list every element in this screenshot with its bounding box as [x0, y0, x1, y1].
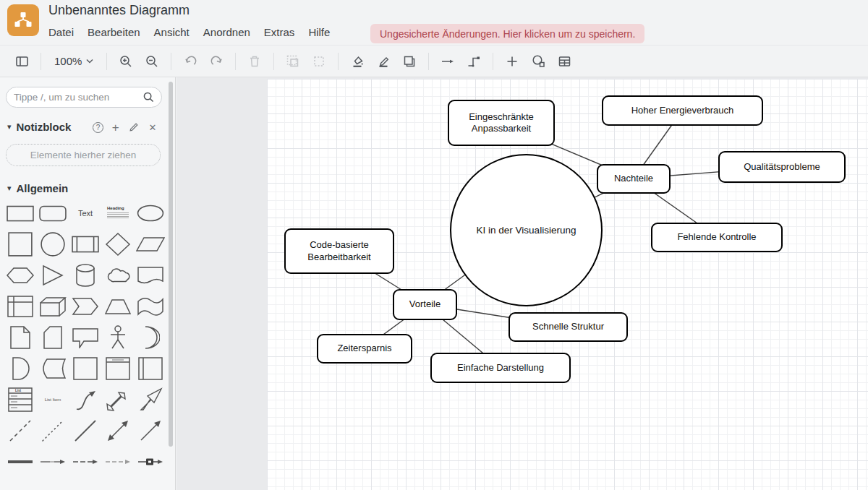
shape-labeled-edge[interactable]: [135, 446, 166, 477]
shape-square[interactable]: [4, 228, 36, 259]
zoom-in-button[interactable]: [113, 50, 139, 73]
shape-actor[interactable]: [102, 322, 134, 353]
shape-bidirectional-connector[interactable]: [102, 415, 134, 446]
node-einfache-darstellung[interactable]: Einfache Darstellung: [430, 353, 571, 383]
node-ki-in-der-visualisierung[interactable]: KI in der Visualisierung: [450, 154, 603, 306]
shape-data-storage[interactable]: [37, 353, 69, 384]
node-fehlende-kontrolle[interactable]: Fehlende Kontrolle: [651, 223, 783, 252]
shadow-button[interactable]: [396, 50, 422, 73]
shape-rounded-rectangle[interactable]: [37, 197, 69, 228]
node-vorteile[interactable]: Vorteile: [393, 289, 457, 320]
unsaved-changes-banner[interactable]: Ungesicherte Änderungen. Hier klicken um…: [370, 24, 644, 43]
insert-shape-button[interactable]: [525, 50, 551, 73]
shape-rectangle[interactable]: [4, 197, 36, 228]
scratchpad-drop-zone[interactable]: Elemente hierher ziehen: [6, 144, 161, 166]
shape-triangle[interactable]: [37, 259, 69, 291]
menu-datei[interactable]: Datei: [48, 26, 74, 38]
allgemein-section-header[interactable]: ▾ Allgemein: [7, 182, 68, 194]
shape-process[interactable]: [69, 228, 101, 259]
search-input[interactable]: [14, 92, 143, 103]
to-front-button[interactable]: [280, 50, 306, 73]
drawio-logo-icon: [7, 4, 39, 36]
redo-button[interactable]: [203, 50, 229, 73]
notizblock-section-header[interactable]: ▾ Notizblock: [7, 121, 71, 133]
waypoint-style-button[interactable]: [461, 50, 487, 73]
shape-palette: Text Heading: [4, 197, 171, 477]
shape-search: [6, 87, 162, 108]
chevron-down-icon: [86, 59, 93, 64]
shape-curve[interactable]: [69, 384, 101, 415]
shape-diamond[interactable]: [102, 228, 134, 259]
allgemein-title: Allgemein: [17, 182, 69, 194]
shape-parallelogram[interactable]: [135, 228, 166, 259]
shape-line[interactable]: [69, 415, 101, 446]
insert-table-button[interactable]: [551, 50, 577, 73]
help-icon[interactable]: ?: [93, 122, 103, 133]
edit-icon[interactable]: [127, 121, 140, 134]
shape-card[interactable]: [37, 322, 69, 353]
zoom-dropdown[interactable]: 100%: [47, 55, 101, 67]
menu-bearbeiten[interactable]: Bearbeiten: [88, 26, 140, 38]
shape-trapezoid[interactable]: [102, 291, 134, 322]
shape-dotted-line[interactable]: [37, 415, 69, 446]
shape-dashed-line[interactable]: [4, 415, 36, 446]
fill-color-button[interactable]: [344, 50, 370, 73]
shape-circle[interactable]: [37, 228, 69, 259]
node-eingeschraenkte-anpassbarkeit[interactable]: Eingeschränkte Anpassbarkeit: [448, 100, 555, 146]
toggle-panel-button[interactable]: [9, 50, 35, 73]
delete-button[interactable]: [242, 50, 268, 73]
shape-callout[interactable]: [69, 322, 101, 353]
to-back-button[interactable]: [306, 50, 332, 73]
shape-cube[interactable]: [37, 291, 69, 322]
close-icon[interactable]: ✕: [146, 121, 159, 134]
canvas-area: KI in der Visualisierung Eingeschränkte …: [176, 77, 868, 490]
shape-arrow[interactable]: [37, 446, 69, 477]
add-icon[interactable]: +: [109, 121, 122, 134]
shape-vertical-container[interactable]: [102, 353, 134, 384]
shape-bidirectional-arrow[interactable]: [102, 384, 134, 415]
menubar: Datei Bearbeiten Ansicht Anordnen Extras…: [48, 26, 330, 38]
insert-button[interactable]: [499, 50, 525, 73]
shape-simple-arrow[interactable]: [69, 446, 101, 477]
node-zeitersparnis[interactable]: Zeitersparnis: [317, 334, 412, 364]
menu-ansicht[interactable]: Ansicht: [154, 26, 190, 38]
node-hoher-energieverbrauch[interactable]: Hoher Energieverbrauch: [602, 95, 763, 126]
shape-directional-arrow[interactable]: [135, 384, 166, 415]
shape-step[interactable]: [69, 291, 101, 322]
shape-cloud[interactable]: [102, 259, 134, 291]
shape-ellipse[interactable]: [135, 197, 166, 228]
caret-down-icon: ▾: [7, 122, 12, 132]
node-code-basierte-bearbeitbarkeit[interactable]: Code-basierte Bearbeitbarkeit: [284, 228, 394, 274]
shape-list-item[interactable]: List Item: [37, 384, 69, 415]
menu-extras[interactable]: Extras: [264, 26, 295, 38]
shape-dashed-edge[interactable]: [102, 446, 134, 477]
sidebar-scrollbar[interactable]: [169, 82, 173, 447]
shape-note[interactable]: [4, 322, 36, 353]
shape-text[interactable]: Text: [69, 197, 101, 228]
menu-anordnen[interactable]: Anordnen: [203, 26, 250, 38]
header: Unbenanntes Diagramm Datei Bearbeiten An…: [0, 0, 868, 45]
shape-cylinder[interactable]: [69, 259, 101, 291]
connection-arrow-button[interactable]: [435, 50, 461, 73]
notizblock-title: Notizblock: [17, 121, 72, 133]
shape-horizontal-container[interactable]: [135, 353, 166, 384]
node-qualitaetsprobleme[interactable]: Qualitätsprobleme: [718, 151, 846, 183]
menu-hilfe[interactable]: Hilfe: [308, 26, 330, 38]
shape-internal-storage[interactable]: [4, 291, 36, 322]
undo-button[interactable]: [177, 50, 203, 73]
shape-or[interactable]: [135, 322, 166, 353]
shape-and[interactable]: [4, 353, 36, 384]
shape-hexagon[interactable]: [4, 259, 36, 291]
shape-list[interactable]: List: [4, 384, 36, 415]
shape-container[interactable]: [69, 353, 101, 384]
shape-textbox[interactable]: Heading: [102, 197, 134, 228]
line-color-button[interactable]: [370, 50, 396, 73]
shape-link[interactable]: [4, 446, 36, 477]
search-icon: [143, 92, 154, 103]
shape-tape[interactable]: [135, 291, 166, 322]
zoom-out-button[interactable]: [139, 50, 165, 73]
node-nachteile[interactable]: Nachteile: [597, 164, 671, 194]
shape-document[interactable]: [135, 259, 166, 291]
node-schnelle-struktur[interactable]: Schnelle Struktur: [509, 312, 628, 342]
shape-directional-connector[interactable]: [135, 415, 166, 446]
